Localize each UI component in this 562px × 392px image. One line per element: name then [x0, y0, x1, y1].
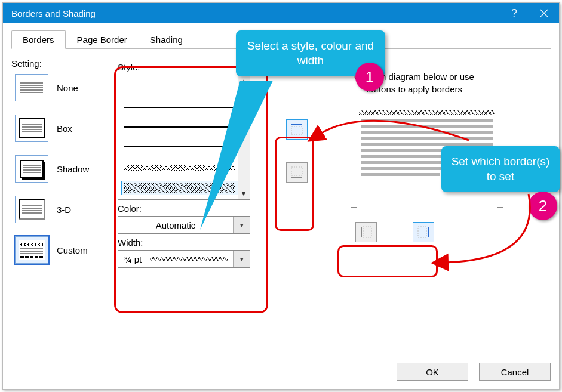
badge-1: 1	[355, 63, 384, 91]
setting-box[interactable]: Box	[15, 114, 113, 143]
svg-rect-3	[291, 126, 302, 135]
help-button[interactable]: ?	[499, 3, 529, 23]
setting-custom[interactable]: Custom	[15, 236, 113, 264]
tab-page-border[interactable]: Page Border	[66, 30, 139, 49]
setting-shadow[interactable]: Shadow	[15, 155, 113, 183]
titlebar: Borders and Shading ?	[3, 3, 559, 23]
tab-shading[interactable]: Shading	[139, 30, 194, 49]
setting-label: Setting:	[11, 58, 113, 69]
svg-rect-7	[363, 227, 371, 237]
tab-borders[interactable]: Borders	[11, 30, 66, 49]
callout-2: Set which border(s) to set	[441, 146, 560, 192]
close-button[interactable]	[529, 3, 559, 23]
border-left-button[interactable]	[355, 222, 377, 242]
annotation-highlight	[337, 245, 438, 277]
ok-button[interactable]: OK	[397, 363, 468, 381]
border-right-button[interactable]	[413, 222, 434, 242]
svg-rect-2	[291, 124, 302, 125]
badge-2: 2	[529, 192, 557, 220]
window-title: Borders and Shading	[11, 8, 499, 18]
setting-3d[interactable]: 3-D	[15, 195, 113, 224]
dialog-window: Borders and Shading ? Borders Page Borde…	[2, 2, 560, 390]
setting-none[interactable]: None	[15, 73, 113, 102]
svg-rect-9	[418, 227, 426, 237]
svg-rect-8	[428, 227, 429, 237]
svg-rect-6	[361, 227, 362, 237]
cancel-button[interactable]: Cancel	[479, 363, 551, 381]
